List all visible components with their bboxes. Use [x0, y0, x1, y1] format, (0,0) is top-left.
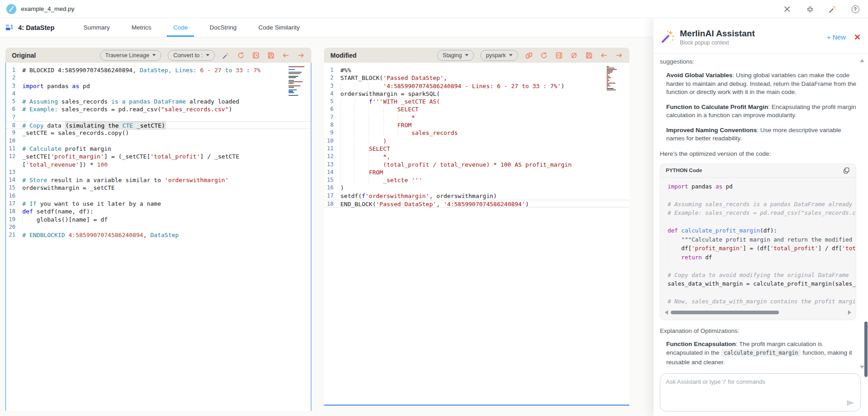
- magic-wand-icon[interactable]: [221, 51, 230, 59]
- line-number: 14: [6, 176, 22, 184]
- arrow-left-icon[interactable]: [599, 51, 608, 59]
- code-line: 14 FROM: [324, 168, 629, 176]
- arrow-right-icon[interactable]: [614, 51, 623, 59]
- line-number: 13: [6, 168, 22, 176]
- line-number: 14: [324, 168, 340, 176]
- datastep-icon: [5, 23, 14, 32]
- new-chat-button[interactable]: + New: [827, 34, 846, 41]
- convert-to-button[interactable]: Convert to :: [168, 50, 215, 61]
- vscroll-thumb[interactable]: [864, 322, 868, 377]
- assistant-header: MerlinAI Assistant Block popup context +…: [653, 18, 868, 54]
- line-number: 7: [6, 114, 22, 121]
- code-line: 13: [6, 168, 311, 176]
- line-number: 2: [324, 74, 340, 82]
- original-minimap[interactable]: [289, 66, 307, 96]
- assistant-input[interactable]: [660, 374, 860, 411]
- code-line: 16): [324, 184, 629, 192]
- code-line: [668, 262, 856, 271]
- tab-code-similarity[interactable]: Code Similarity: [248, 18, 311, 37]
- suggestions-intro: suggestions:: [660, 58, 856, 65]
- block-tabbar: 4: DataStep SummaryMetricsCodeDocStringC…: [0, 18, 653, 37]
- language-dropdown[interactable]: pyspark: [480, 50, 518, 61]
- assistant-messages: suggestions: Avoid Global Variables: Usi…: [653, 54, 868, 371]
- code-line: 3 '4:5859907074586240894 - Lines: 6 - 27…: [324, 82, 629, 90]
- enter-block-icon[interactable]: [554, 51, 563, 59]
- scroll-right-icon[interactable]: [848, 310, 851, 315]
- magic-wand-icon[interactable]: [828, 5, 837, 14]
- tab-docstring[interactable]: DocString: [199, 18, 247, 37]
- original-code[interactable]: 1# BLOCKID 4:5859907074586240894, DataSt…: [5, 63, 311, 411]
- modified-title: Modified: [330, 52, 357, 59]
- line-number: 9: [324, 129, 340, 137]
- code-line: 4: [6, 90, 311, 98]
- save-icon[interactable]: [266, 51, 275, 59]
- arrow-left-icon[interactable]: [281, 51, 290, 59]
- assistant-close-icon[interactable]: ✕: [854, 32, 861, 42]
- line-number: 16: [6, 192, 22, 200]
- chevron-down-icon: [206, 54, 210, 56]
- traverse-lineage-button[interactable]: Traverse Lineage: [100, 50, 162, 61]
- code-line: 13 (total_profit / total_revenue) * 100 …: [324, 161, 629, 168]
- chevron-down-icon: [152, 54, 156, 56]
- help-icon[interactable]: ?: [851, 5, 860, 14]
- suggestion-item: Avoid Global Variables: Using global var…: [666, 71, 856, 97]
- collapse-icon[interactable]: [805, 5, 814, 14]
- assistant-code[interactable]: import pandas as pd # Assuming sales_rec…: [660, 178, 856, 307]
- code-line: 16: [6, 192, 311, 200]
- code-line: 5# Assuming sales_records is a pandas Da…: [6, 98, 311, 105]
- tab-code[interactable]: Code: [162, 18, 199, 37]
- modified-code[interactable]: 1#%%2START_BLOCK('Passed DataStep',3 '4:…: [324, 63, 629, 406]
- refresh-icon[interactable]: [539, 51, 548, 59]
- code-line: 10 ): [324, 137, 629, 145]
- line-number: 1: [324, 66, 340, 74]
- suggestion-item: Improved Naming Conventions: Use more de…: [666, 126, 856, 143]
- suggestion-item: Function to Calculate Profit Margin: Enc…: [666, 103, 856, 120]
- close-icon[interactable]: [783, 5, 792, 14]
- copy-icon[interactable]: [843, 167, 850, 174]
- inline-code-chip: calculate_profit_margin: [721, 349, 801, 357]
- exit-block-icon[interactable]: [251, 51, 260, 59]
- arrow-right-icon[interactable]: [296, 51, 305, 59]
- code-line: 1# BLOCKID 4:5859907074586240894, DataSt…: [6, 66, 311, 74]
- hscroll-thumb[interactable]: [671, 311, 779, 314]
- code-line: [668, 218, 856, 227]
- step-label: 4: DataStep: [18, 24, 55, 31]
- line-number: 11: [324, 145, 340, 153]
- staging-dropdown[interactable]: Staging: [437, 50, 474, 61]
- line-number: 3: [6, 82, 22, 90]
- send-icon[interactable]: [846, 398, 855, 407]
- code-line: import pandas as pd: [668, 182, 856, 191]
- assistant-vscrollbar: [864, 54, 868, 371]
- save-icon[interactable]: [584, 51, 593, 59]
- code-line: 8# Copy data (simulating the CTE _setCTE…: [6, 121, 311, 129]
- code-line: 19 globals()[name] = df: [6, 216, 311, 223]
- chevron-down-icon: [465, 54, 469, 56]
- hide-icon[interactable]: [569, 51, 578, 59]
- line-number: 5: [324, 98, 340, 105]
- line-number: 10: [324, 137, 340, 145]
- line-number: 9: [6, 129, 22, 137]
- editor-workspace: Original Traverse Lineage Convert to :: [0, 37, 653, 416]
- refresh-icon[interactable]: [236, 51, 245, 59]
- code-line: 17# If you want to use it later by a nam…: [6, 200, 311, 208]
- assistant-input-box: [660, 373, 861, 411]
- code-line: 15orderswithmargin = _setCTE: [6, 184, 311, 192]
- code-line: 15 _setcte ''': [324, 176, 629, 184]
- assistant-code-block: PYTHON Code import pandas as pd # Assumi…: [660, 163, 856, 320]
- code-line: 9_setCTE = sales_records.copy(): [6, 129, 311, 137]
- modified-minimap[interactable]: [607, 66, 625, 91]
- code-line: 4orderswithmargin = sparkSQL(: [324, 90, 629, 98]
- tab-summary[interactable]: Summary: [73, 18, 121, 37]
- line-number: 3: [324, 82, 340, 90]
- line-number: [6, 161, 22, 168]
- line-number: 20: [6, 223, 22, 231]
- compare-icon[interactable]: [524, 51, 533, 59]
- tab-metrics[interactable]: Metrics: [121, 18, 163, 37]
- original-panel: Original Traverse Lineage Convert to :: [5, 48, 311, 63]
- code-line: 8 FROM: [324, 121, 629, 129]
- assistant-subtitle: Block popup context: [680, 40, 755, 46]
- suggestions-list: Avoid Global Variables: Using global var…: [660, 71, 856, 143]
- line-number: 6: [324, 105, 340, 113]
- scroll-left-icon[interactable]: [665, 310, 668, 315]
- line-number: 6: [6, 105, 22, 113]
